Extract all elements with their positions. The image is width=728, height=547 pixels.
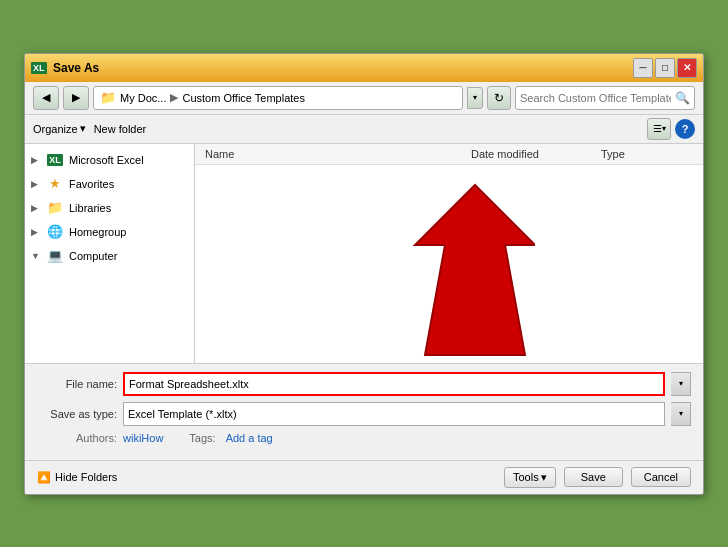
sidebar-item-microsoft-excel[interactable]: ▶ XL Microsoft Excel — [25, 148, 194, 172]
savetype-label: Save as type: — [37, 408, 117, 420]
organize-arrow: ▾ — [80, 122, 86, 135]
search-input[interactable] — [520, 92, 671, 104]
bottom-bar: 🔼 Hide Folders Tools ▾ Save Cancel — [25, 460, 703, 494]
filename-input[interactable] — [123, 372, 665, 396]
save-as-dialog: XL Save As ─ □ ✕ ◀ ▶ 📁 My Doc... ▶ Custo… — [24, 53, 704, 495]
sidebar-label-computer: Computer — [69, 250, 117, 262]
toolbar2-right: ☰ ▾ ? — [647, 118, 695, 140]
refresh-button[interactable]: ↻ — [487, 86, 511, 110]
bottom-right: Tools ▾ Save Cancel — [504, 467, 691, 488]
sidebar-label-favorites: Favorites — [69, 178, 114, 190]
excel-icon: XL — [47, 152, 63, 168]
svg-marker-0 — [415, 185, 535, 355]
nav-toolbar: ◀ ▶ 📁 My Doc... ▶ Custom Office Template… — [25, 82, 703, 115]
organize-toolbar: Organize ▾ New folder ☰ ▾ ? — [25, 115, 703, 144]
minimize-button[interactable]: ─ — [633, 58, 653, 78]
col-modified[interactable]: Date modified — [467, 146, 597, 162]
sidebar-label-libraries: Libraries — [69, 202, 111, 214]
sidebar-item-computer[interactable]: ▼ 💻 Computer — [25, 244, 194, 268]
authors-value[interactable]: wikiHow — [123, 432, 163, 444]
save-button[interactable]: Save — [564, 467, 623, 487]
filename-label: File name: — [37, 378, 117, 390]
globe-icon: 🌐 — [47, 224, 63, 240]
new-folder-button[interactable]: New folder — [94, 123, 147, 135]
toolbar2-left: Organize ▾ New folder — [33, 122, 146, 135]
search-box: 🔍 — [515, 86, 695, 110]
red-arrow-annotation — [275, 175, 535, 363]
close-button[interactable]: ✕ — [677, 58, 697, 78]
filename-row: File name: ▾ — [37, 372, 691, 396]
file-pane: Name Date modified Type — [195, 144, 703, 363]
savetype-input[interactable] — [123, 402, 665, 426]
forward-icon: ▶ — [72, 91, 80, 104]
sidebar-label-homegroup: Homegroup — [69, 226, 126, 238]
hide-folders-label: Hide Folders — [55, 471, 117, 483]
authors-static-label: Authors: — [76, 432, 117, 444]
excel-title-icon: XL — [31, 60, 47, 76]
authors-tags-row: Authors: wikiHow Tags: Add a tag — [37, 432, 691, 444]
help-button[interactable]: ? — [675, 119, 695, 139]
breadcrumb-separator: ▶ — [170, 91, 178, 104]
hide-folders-icon: 🔼 — [37, 471, 51, 484]
view-arrow: ▾ — [662, 124, 666, 133]
bottom-fields: File name: ▾ Save as type: ▾ Authors: wi… — [25, 364, 703, 460]
hide-folders-button[interactable]: 🔼 Hide Folders — [37, 471, 117, 484]
breadcrumb-dropdown[interactable]: ▾ — [467, 87, 483, 109]
file-pane-content — [195, 165, 703, 363]
maximize-button[interactable]: □ — [655, 58, 675, 78]
title-bar-left: XL Save As — [31, 60, 99, 76]
dialog-title: Save As — [53, 61, 99, 75]
title-bar-buttons: ─ □ ✕ — [633, 58, 697, 78]
file-pane-header: Name Date modified Type — [195, 144, 703, 165]
sidebar-item-homegroup[interactable]: ▶ 🌐 Homegroup — [25, 220, 194, 244]
folder-icon: 📁 — [47, 200, 63, 216]
view-icon: ☰ — [653, 123, 662, 134]
star-icon: ★ — [47, 176, 63, 192]
tools-button[interactable]: Tools ▾ — [504, 467, 556, 488]
filename-dropdown[interactable]: ▾ — [671, 372, 691, 396]
col-name[interactable]: Name — [201, 146, 467, 162]
breadcrumb-root: My Doc... — [120, 92, 166, 104]
breadcrumb-current: Custom Office Templates — [182, 92, 304, 104]
savetype-row: Save as type: ▾ — [37, 402, 691, 426]
savetype-dropdown[interactable]: ▾ — [671, 402, 691, 426]
breadcrumb-bar[interactable]: 📁 My Doc... ▶ Custom Office Templates — [93, 86, 463, 110]
tools-label: Tools — [513, 471, 539, 483]
sidebar-item-favorites[interactable]: ▶ ★ Favorites — [25, 172, 194, 196]
cancel-button[interactable]: Cancel — [631, 467, 691, 487]
expand-icon: ▼ — [31, 251, 41, 261]
expand-icon: ▶ — [31, 203, 41, 213]
organize-button[interactable]: Organize ▾ — [33, 122, 86, 135]
folder-icon: 📁 — [100, 90, 116, 105]
expand-icon: ▶ — [31, 227, 41, 237]
search-icon[interactable]: 🔍 — [675, 91, 690, 105]
expand-icon: ▶ — [31, 155, 41, 165]
title-bar: XL Save As ─ □ ✕ — [25, 54, 703, 82]
col-type[interactable]: Type — [597, 146, 697, 162]
sidebar-label-excel: Microsoft Excel — [69, 154, 144, 166]
back-button[interactable]: ◀ — [33, 86, 59, 110]
tags-static-label: Tags: — [189, 432, 215, 444]
back-icon: ◀ — [42, 91, 50, 104]
main-area: ▶ XL Microsoft Excel ▶ ★ Favorites ▶ 📁 L… — [25, 144, 703, 364]
expand-icon: ▶ — [31, 179, 41, 189]
authors-label: Authors: — [37, 432, 117, 444]
sidebar: ▶ XL Microsoft Excel ▶ ★ Favorites ▶ 📁 L… — [25, 144, 195, 363]
sidebar-item-libraries[interactable]: ▶ 📁 Libraries — [25, 196, 194, 220]
tools-arrow: ▾ — [541, 471, 547, 484]
computer-icon: 💻 — [47, 248, 63, 264]
view-button[interactable]: ☰ ▾ — [647, 118, 671, 140]
tags-link[interactable]: Add a tag — [226, 432, 273, 444]
organize-label: Organize — [33, 123, 78, 135]
forward-button[interactable]: ▶ — [63, 86, 89, 110]
